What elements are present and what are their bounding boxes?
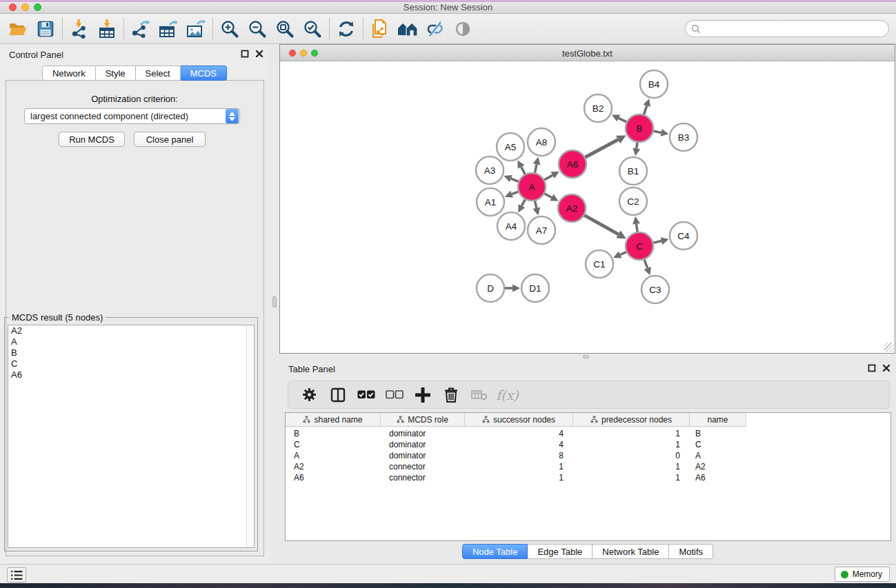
table-row[interactable]: Adominator80A: [286, 450, 746, 461]
zoom-out-button[interactable]: [243, 17, 271, 41]
cell-MCDS-role[interactable]: dominator: [381, 439, 465, 450]
graph-node-label-A3: A3: [484, 165, 496, 176]
zoom-fit-button[interactable]: [271, 17, 299, 41]
float-panel-icon[interactable]: [868, 364, 876, 372]
refresh-view-button[interactable]: [332, 17, 360, 41]
delete-table-button[interactable]: [466, 383, 492, 407]
gear-icon: [302, 387, 317, 402]
cell-MCDS-role[interactable]: connector: [381, 461, 465, 472]
cell-predecessor-nodes[interactable]: 1: [573, 472, 690, 483]
table-row[interactable]: Cdominator41C: [286, 439, 746, 450]
cell-predecessor-nodes[interactable]: 1: [573, 461, 690, 472]
column-header-name[interactable]: name: [690, 413, 746, 426]
cell-successor-nodes[interactable]: 8: [465, 450, 573, 461]
list-icon: [10, 570, 23, 580]
edge-arrowhead-icon: [643, 99, 650, 107]
close-panel-icon[interactable]: [882, 364, 890, 372]
mcds-result-item[interactable]: C: [8, 358, 254, 369]
show-column-button[interactable]: [325, 383, 350, 407]
panel-splitter-handle[interactable]: [272, 296, 277, 307]
tab-edge-table[interactable]: Edge Table: [528, 544, 593, 559]
cell-shared-name[interactable]: C: [286, 439, 381, 450]
mcds-result-item[interactable]: A2: [8, 325, 254, 336]
cell-successor-nodes[interactable]: 1: [465, 461, 573, 472]
tab-node-table[interactable]: Node Table: [462, 544, 528, 559]
cell-shared-name[interactable]: A: [286, 450, 381, 461]
network-graph-canvas[interactable]: B4B2BB3A5A8A6A3B1AA1C2A2A4A7C4CC1C3DD1: [281, 61, 895, 353]
deselect-all-button[interactable]: [381, 383, 407, 407]
hide-labels-button[interactable]: [421, 17, 449, 41]
table-panel: Table Panel: [279, 358, 896, 564]
cell-name[interactable]: A2: [690, 461, 746, 472]
column-header-MCDS-role[interactable]: MCDS role: [381, 413, 465, 426]
export-image-button[interactable]: [182, 17, 210, 41]
table-row[interactable]: A2connector11A2: [286, 461, 746, 472]
open-session-file-button[interactable]: [366, 17, 394, 41]
export-table-button[interactable]: [155, 17, 182, 41]
table-mode-button[interactable]: [297, 383, 322, 407]
tab-network-table[interactable]: Network Table: [593, 544, 669, 559]
float-panel-icon[interactable]: [241, 50, 249, 58]
export-network-button[interactable]: [127, 17, 155, 41]
tab-select[interactable]: Select: [136, 65, 181, 81]
cell-predecessor-nodes[interactable]: 1: [573, 428, 690, 439]
search-input[interactable]: [685, 20, 889, 37]
edge-A2-C[interactable]: [583, 214, 619, 234]
delete-columns-button[interactable]: [438, 383, 464, 407]
import-table-button[interactable]: [93, 17, 121, 41]
memory-button[interactable]: Memory: [835, 567, 890, 582]
cell-shared-name[interactable]: A6: [286, 472, 381, 483]
cell-predecessor-nodes[interactable]: 1: [573, 439, 690, 450]
cell-name[interactable]: B: [690, 428, 746, 439]
tab-mcds[interactable]: MCDS: [181, 65, 227, 81]
mcds-result-item[interactable]: A6: [8, 369, 254, 381]
table-row[interactable]: A6connector11A6: [286, 472, 746, 483]
cell-name[interactable]: A: [690, 450, 746, 461]
cell-MCDS-role[interactable]: connector: [381, 472, 465, 483]
criterion-dropdown[interactable]: largest connected component (directed): [24, 108, 240, 124]
cell-MCDS-role[interactable]: dominator: [381, 450, 465, 461]
graph-node-label-B2: B2: [593, 103, 604, 114]
tab-style[interactable]: Style: [96, 65, 136, 81]
close-panel-icon[interactable]: [255, 50, 263, 58]
task-history-button[interactable]: [7, 567, 26, 582]
close-panel-button[interactable]: Close panel: [134, 132, 206, 147]
tab-network[interactable]: Network: [42, 65, 96, 81]
column-header-successor-nodes[interactable]: successor nodes: [465, 413, 573, 426]
window-resize-grip[interactable]: [884, 343, 894, 352]
column-header-shared-name[interactable]: shared name: [286, 413, 381, 426]
home-button[interactable]: [394, 17, 421, 41]
cell-successor-nodes[interactable]: 1: [465, 472, 573, 483]
cell-MCDS-role[interactable]: dominator: [381, 428, 465, 439]
run-mcds-button[interactable]: Run MCDS: [59, 132, 125, 147]
cell-shared-name[interactable]: B: [286, 428, 381, 439]
mcds-result-item[interactable]: B: [8, 347, 254, 358]
zoom-in-button[interactable]: [216, 17, 243, 41]
network-window-titlebar[interactable]: testGlobe.txt: [280, 45, 895, 61]
node-table[interactable]: shared nameMCDS rolesuccessor nodesprede…: [285, 412, 891, 541]
mcds-result-list[interactable]: A2ABCA6: [8, 325, 255, 548]
cell-predecessor-nodes[interactable]: 0: [573, 450, 690, 461]
table-toolbar: f(x): [288, 381, 890, 409]
tab-motifs[interactable]: Motifs: [669, 544, 713, 559]
cell-shared-name[interactable]: A2: [286, 461, 381, 472]
cell-name[interactable]: C: [690, 439, 746, 450]
fx-icon: f(x): [496, 387, 519, 403]
mcds-result-item[interactable]: A: [8, 336, 254, 347]
session-document-icon: [371, 19, 389, 39]
column-header-predecessor-nodes[interactable]: predecessor nodes: [573, 413, 690, 426]
result-list-scrollbar[interactable]: [246, 325, 254, 547]
import-network-button[interactable]: [66, 17, 93, 41]
cell-name[interactable]: A6: [690, 472, 746, 483]
open-session-button[interactable]: [4, 17, 32, 41]
zoom-selected-button[interactable]: [299, 17, 326, 41]
show-details-button[interactable]: [449, 17, 477, 41]
function-builder-button[interactable]: f(x): [495, 383, 520, 407]
cell-successor-nodes[interactable]: 4: [465, 439, 573, 450]
select-all-button[interactable]: [353, 383, 379, 407]
cell-successor-nodes[interactable]: 4: [465, 428, 573, 439]
create-column-button[interactable]: [410, 383, 435, 407]
table-row[interactable]: Bdominator41B: [286, 428, 746, 439]
save-session-button[interactable]: [32, 17, 59, 41]
edge-A6-B[interactable]: [584, 140, 618, 159]
